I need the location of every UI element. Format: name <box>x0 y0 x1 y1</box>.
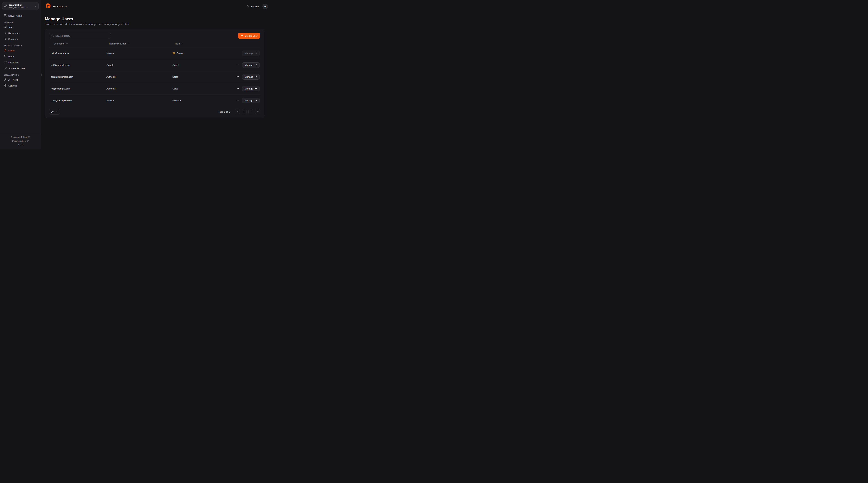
sidebar-item-shareable-links[interactable]: Shareable Links <box>2 66 38 71</box>
sidebar-item-settings[interactable]: Settings <box>2 83 38 88</box>
first-page-button[interactable] <box>235 109 240 114</box>
page-size-value: 20 <box>51 111 54 113</box>
manage-button[interactable]: Manage <box>242 51 260 56</box>
username-cell: jeff@example.com <box>49 59 105 71</box>
page-size-select[interactable]: 20 <box>49 109 60 114</box>
role-cell: Sales <box>170 71 220 83</box>
community-edition-link[interactable]: Community Edition <box>2 136 39 138</box>
section-title-organization: ORGANIZATION <box>4 74 37 76</box>
users-card: Create User Username Identity Provider <box>45 29 265 118</box>
sidebar-item-sites[interactable]: Sites <box>2 25 38 30</box>
role-cell: Sales <box>170 83 220 95</box>
table-row: jeff@example.com Google Guest Manage <box>49 59 260 71</box>
sidebar-item-label: Roles <box>8 55 14 58</box>
ellipsis-icon <box>236 63 239 67</box>
brand-logo: PANGOLIN <box>45 3 67 10</box>
documentation-link[interactable]: Documentation <box>2 140 39 142</box>
last-page-button[interactable] <box>255 109 260 114</box>
username-cell: sarah@example.com <box>49 71 105 83</box>
users-icon <box>4 55 7 58</box>
column-sort-username[interactable]: Username <box>54 42 68 45</box>
sort-icon <box>181 42 184 45</box>
column-header-label: Identity Provider <box>109 42 126 45</box>
row-actions-menu-button[interactable] <box>236 75 240 79</box>
create-user-label: Create User <box>245 35 257 37</box>
table-row: sarah@example.com Authentik Sales Manage <box>49 71 260 83</box>
manage-button[interactable]: Manage <box>242 86 260 91</box>
building-icon <box>4 4 7 8</box>
arrow-right-icon <box>255 76 257 79</box>
row-actions-menu-button[interactable] <box>236 63 240 67</box>
external-link-icon <box>28 136 30 138</box>
role-cell: Guest <box>170 59 220 71</box>
app-version: v1.7.0 <box>2 143 39 146</box>
sidebar-item-users[interactable]: Users <box>2 48 38 53</box>
table-row: milo@fossorial.io Internal Owner Manage <box>49 48 260 59</box>
sidebar-item-domains[interactable]: Domains <box>2 36 38 42</box>
manage-button[interactable]: Manage <box>242 98 260 103</box>
ellipsis-icon <box>236 87 239 90</box>
username-cell: joe@example.com <box>49 83 105 95</box>
identity-provider-cell: Google <box>105 59 170 71</box>
sidebar-item-label: Sites <box>8 26 13 29</box>
role-cell-label: Owner <box>177 52 184 55</box>
page-title: Manage Users <box>45 17 265 21</box>
org-picker-label: Organization <box>8 4 33 6</box>
manage-button[interactable]: Manage <box>242 62 260 68</box>
username-cell: milo@fossorial.io <box>49 48 105 59</box>
section-title-general: GENERAL <box>4 21 37 24</box>
column-header-label: Username <box>54 42 64 45</box>
manage-button[interactable]: Manage <box>242 74 260 80</box>
row-actions-menu-button[interactable] <box>236 86 240 91</box>
plus-icon <box>241 34 243 37</box>
waypoints-icon <box>4 32 7 35</box>
sidebar: Organization milo@fossorial.io's ... Ser… <box>0 0 41 149</box>
org-switcher[interactable]: Organization milo@fossorial.io's ... <box>2 2 38 10</box>
user-avatar[interactable]: M <box>262 4 268 9</box>
next-page-button[interactable] <box>248 109 253 114</box>
manage-button-label: Manage <box>245 52 253 55</box>
sidebar-item-label: Users <box>8 49 14 52</box>
search-input[interactable] <box>55 35 109 37</box>
moon-icon <box>247 5 249 8</box>
manage-button-label: Manage <box>245 87 253 90</box>
sidebar-item-api-keys[interactable]: API Keys <box>2 77 38 82</box>
brand-name: PANGOLIN <box>53 5 67 8</box>
sidebar-item-label: Settings <box>8 84 17 87</box>
section-title-access-control: ACCESS CONTROL <box>4 45 37 47</box>
ellipsis-icon <box>236 75 239 79</box>
user-icon <box>4 49 7 52</box>
combine-icon <box>4 26 7 29</box>
chevron-down-icon <box>55 110 58 113</box>
identity-provider-cell: Authentik <box>105 83 170 95</box>
arrow-right-icon <box>255 87 257 90</box>
table-row: joe@example.com Authentik Sales Manage <box>49 83 260 95</box>
sidebar-item-resources[interactable]: Resources <box>2 31 38 36</box>
theme-toggle-button[interactable]: System <box>247 5 259 8</box>
identity-provider-cell: Internal <box>105 48 170 59</box>
mail-check-icon <box>4 61 7 64</box>
sidebar-item-invitations[interactable]: Invitations <box>2 60 38 65</box>
row-actions-menu-button[interactable] <box>236 98 240 103</box>
main-content: PANGOLIN System M Manage Users Invite us… <box>41 0 272 149</box>
column-sort-identity-provider[interactable]: Identity Provider <box>109 42 130 45</box>
sidebar-item-label: Resources <box>8 32 20 35</box>
manage-button-label: Manage <box>245 64 253 66</box>
sidebar-resize-handle[interactable] <box>41 74 42 76</box>
column-sort-role[interactable]: Role <box>175 42 184 45</box>
sidebar-item-roles[interactable]: Roles <box>2 54 38 59</box>
app-root: Organization milo@fossorial.io's ... Ser… <box>0 0 272 149</box>
chevron-left-icon <box>243 110 245 113</box>
book-open-icon <box>27 140 29 142</box>
previous-page-button[interactable] <box>242 109 247 114</box>
sidebar-item-server-admin[interactable]: Server Admin <box>2 13 38 19</box>
gear-icon <box>4 84 7 87</box>
ellipsis-icon <box>236 99 239 102</box>
arrow-right-icon <box>255 52 257 55</box>
create-user-button[interactable]: Create User <box>238 33 260 39</box>
server-icon <box>4 14 7 18</box>
topbar: PANGOLIN System M <box>45 0 268 13</box>
arrow-right-icon <box>255 99 257 102</box>
sidebar-nav: Server Admin GENERAL Sites Resources Dom… <box>0 11 41 134</box>
sidebar-footer: Community Edition Documentation v1.7.0 <box>0 134 41 149</box>
